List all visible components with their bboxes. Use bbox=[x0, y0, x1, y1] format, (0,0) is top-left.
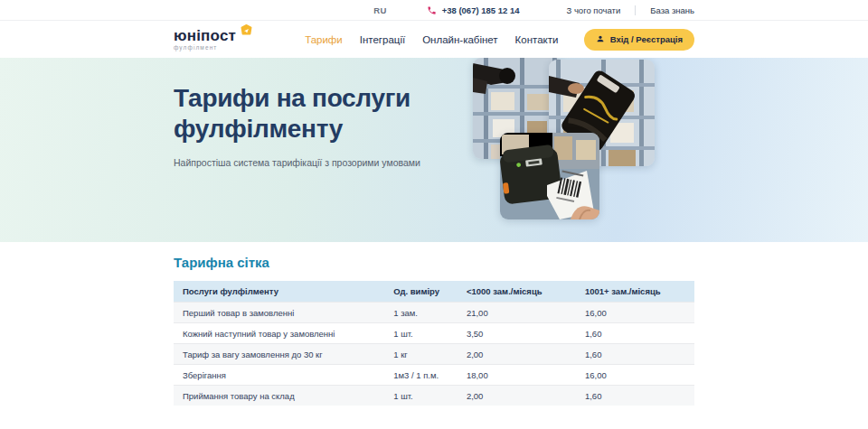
logo-subtitle: фулфілмент bbox=[174, 45, 236, 51]
phone-icon bbox=[427, 5, 437, 15]
cell-price-high: 1,60 bbox=[576, 386, 694, 406]
topbar-link-knowledge-base[interactable]: База знань bbox=[650, 5, 694, 15]
cell-price-high: 1,60 bbox=[576, 344, 694, 365]
nav-item-contacts[interactable]: Контакти bbox=[515, 34, 559, 45]
nav-item-integrations[interactable]: Інтеграції bbox=[360, 34, 405, 45]
nav-item-online-cabinet[interactable]: Онлайн-кабінет bbox=[422, 34, 497, 45]
label-printer-barcode-photo bbox=[500, 133, 599, 219]
topbar-link-getting-started[interactable]: З чого почати bbox=[567, 5, 621, 15]
table-row: Кожний наступний товар у замовленні 1 шт… bbox=[174, 323, 694, 344]
login-register-button[interactable]: Вхід / Реєстрація bbox=[584, 29, 694, 51]
logo-wordmark: юніпост bbox=[174, 28, 236, 43]
cell-price-low: 2,00 bbox=[458, 344, 576, 365]
cell-price-low: 18,00 bbox=[458, 365, 576, 386]
col-header-unit: Од. виміру bbox=[384, 281, 458, 303]
page: RU +38 (067) 185 12 14 З чого почати Баз… bbox=[0, 0, 868, 429]
cell-unit: 1 шт. bbox=[384, 386, 458, 406]
phone-link[interactable]: +38 (067) 185 12 14 bbox=[427, 5, 520, 15]
table-row: Перший товар в замовленні 1 зам. 21,00 1… bbox=[174, 303, 694, 323]
pricing-section-heading: Тарифна сітка bbox=[174, 255, 694, 270]
cell-unit: 1 кг bbox=[384, 344, 458, 365]
col-header-under-1000: <1000 зам./місяць bbox=[458, 281, 576, 303]
cell-price-low: 21,00 bbox=[458, 303, 576, 323]
main-nav: юніпост фулфілмент Тарифи Інтеграції Онл… bbox=[0, 21, 868, 58]
cell-unit: 1 шт. bbox=[384, 323, 458, 344]
paper-plane-badge-icon bbox=[241, 24, 252, 39]
cell-price-low: 3,50 bbox=[458, 323, 576, 344]
main-content: Тарифна сітка Послуги фулфілменту Од. ви… bbox=[0, 255, 868, 429]
language-selector[interactable]: RU bbox=[373, 5, 386, 15]
nav-item-tariffs[interactable]: Тарифи bbox=[305, 34, 343, 45]
topbar-divider bbox=[635, 5, 636, 15]
table-header-row: Послуги фулфілменту Од. виміру <1000 зам… bbox=[174, 281, 694, 303]
cell-price-low: 2,00 bbox=[458, 386, 576, 406]
cell-unit: 1м3 / 1 п.м. bbox=[384, 365, 458, 386]
pricing-table: Послуги фулфілменту Од. виміру <1000 зам… bbox=[174, 281, 694, 406]
login-register-label: Вхід / Реєстрація bbox=[610, 34, 683, 44]
cell-service: Тариф за вагу замовлення до 30 кг bbox=[174, 344, 384, 365]
nav-links: Тарифи Інтеграції Онлайн-кабінет Контакт… bbox=[305, 34, 558, 45]
topbar: RU +38 (067) 185 12 14 З чого почати Баз… bbox=[0, 0, 868, 21]
col-header-over-1001: 1001+ зам./місяць bbox=[576, 281, 694, 303]
cell-service: Зберігання bbox=[174, 365, 384, 386]
hero-section: Тарифи на послуги фулфілменту Найпростіш… bbox=[0, 58, 868, 242]
cell-service: Перший товар в замовленні bbox=[174, 303, 384, 323]
col-header-service: Послуги фулфілменту bbox=[174, 281, 384, 303]
phone-number: +38 (067) 185 12 14 bbox=[442, 5, 520, 15]
table-row: Тариф за вагу замовлення до 30 кг 1 кг 2… bbox=[174, 344, 694, 365]
logo[interactable]: юніпост фулфілмент bbox=[174, 28, 252, 51]
table-row: Зберігання 1м3 / 1 п.м. 18,00 16,00 bbox=[174, 365, 694, 386]
cell-service: Кожний наступний товар у замовленні bbox=[174, 323, 384, 344]
cell-price-high: 16,00 bbox=[576, 303, 694, 323]
cell-price-high: 16,00 bbox=[576, 365, 694, 386]
cell-service: Приймання товару на склад bbox=[174, 386, 384, 406]
hero-title: Тарифи на послуги фулфілменту bbox=[174, 58, 445, 145]
user-icon bbox=[596, 34, 605, 45]
cell-price-high: 1,60 bbox=[576, 323, 694, 344]
table-row: Приймання товару на склад 1 шт. 2,00 1,6… bbox=[174, 386, 694, 406]
cell-unit: 1 зам. bbox=[384, 303, 458, 323]
